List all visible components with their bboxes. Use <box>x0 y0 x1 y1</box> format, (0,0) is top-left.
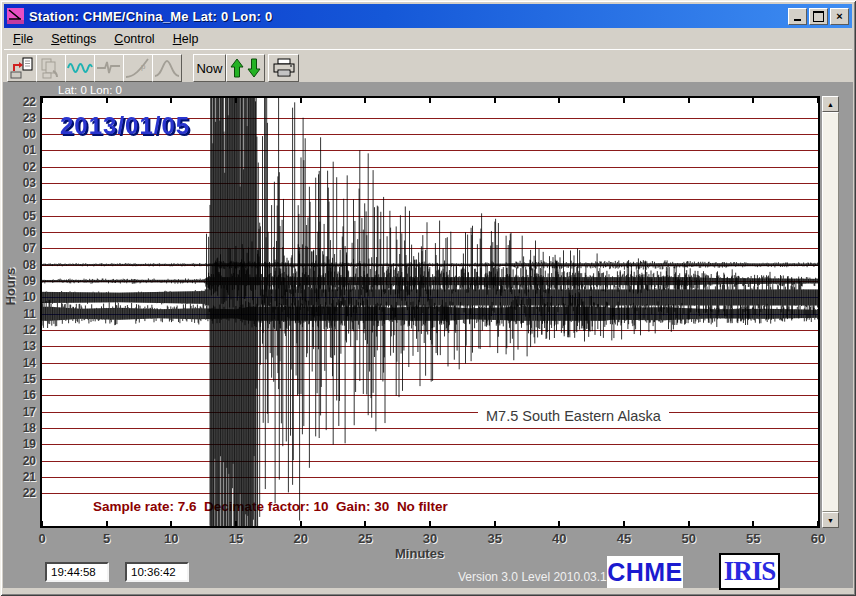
maximize-button[interactable] <box>809 8 828 25</box>
minute-label-0: 0 <box>38 531 45 546</box>
minutes-axis-label: Minutes <box>395 546 444 561</box>
version-text: Version 3.0 Level 2010.03.16 <box>458 570 613 584</box>
minute-tick <box>623 521 625 526</box>
scrollbar-thumb[interactable] <box>822 112 839 512</box>
hour-label-17: 17 <box>0 405 36 419</box>
response-curve-icon: p <box>125 57 151 79</box>
close-button[interactable]: × <box>830 8 849 25</box>
application-window: Station: CHME/China_Me Lat: 0 Lon: 0 × F… <box>0 0 856 596</box>
filter-impulse-icon <box>96 57 122 79</box>
hour-label-04: 04 <box>0 192 36 206</box>
menu-control[interactable]: Control <box>105 30 163 48</box>
minute-tick <box>364 521 366 526</box>
minute-tick <box>41 521 43 526</box>
spectrum-button <box>152 54 182 82</box>
hour-label-13: 13 <box>0 339 36 353</box>
hour-label-14: 14 <box>0 356 36 370</box>
scroll-up-down-icon <box>229 57 262 79</box>
menu-file[interactable]: File <box>4 30 42 48</box>
hour-label-01: 01 <box>0 143 36 157</box>
copy-pages-icon <box>39 57 63 79</box>
filter-button <box>94 54 124 82</box>
vertical-scrollbar[interactable]: ▲ ▼ <box>822 96 839 528</box>
minute-tick <box>235 98 237 103</box>
load-data-icon <box>10 57 34 79</box>
hour-label-16: 16 <box>0 388 36 402</box>
scrollbar-up-button[interactable]: ▲ <box>822 96 839 112</box>
now-button[interactable]: Now <box>193 54 226 82</box>
minute-tick <box>558 521 560 526</box>
menu-settings[interactable]: Settings <box>42 30 105 48</box>
hour-label-06: 06 <box>0 225 36 239</box>
time-display-left: 19:44:58 <box>45 562 109 582</box>
minute-tick <box>235 521 237 526</box>
hour-label-03: 03 <box>0 176 36 190</box>
minimize-button[interactable] <box>788 8 807 25</box>
hour-label-10: 10 <box>0 290 36 304</box>
plot-overlay-latlon: Lat: 0 Lon: 0 <box>58 84 122 96</box>
minute-tick <box>494 521 496 526</box>
hour-label-02: 02 <box>0 160 36 174</box>
now-button-label: Now <box>196 61 222 76</box>
minute-label-45: 45 <box>617 531 631 546</box>
title-bar[interactable]: Station: CHME/China_Me Lat: 0 Lon: 0 × <box>4 4 852 28</box>
minute-label-20: 20 <box>293 531 307 546</box>
hour-label-20: 20 <box>0 454 36 468</box>
minute-tick <box>300 98 302 103</box>
minute-tick <box>688 521 690 526</box>
hour-label-19: 19 <box>0 437 36 451</box>
hour-label-12: 12 <box>0 323 36 337</box>
spectrum-bell-icon <box>154 57 180 79</box>
chevron-up-icon: ▲ <box>827 101 834 108</box>
response-button: p <box>123 54 153 82</box>
hour-label-23: 23 <box>0 111 36 125</box>
seismogram-canvas[interactable] <box>42 98 818 526</box>
waveform-icon <box>67 57 93 79</box>
scroll-up-down-button[interactable] <box>226 54 265 82</box>
minute-tick <box>558 98 560 103</box>
hour-label-21: 21 <box>0 470 36 484</box>
hour-label-11: 11 <box>0 307 36 321</box>
toolbar: p Now <box>4 49 852 83</box>
minute-tick <box>170 521 172 526</box>
chevron-down-icon: ▼ <box>827 517 834 524</box>
minute-tick <box>429 98 431 103</box>
minute-tick <box>688 98 690 103</box>
menu-help[interactable]: Help <box>164 30 208 48</box>
menu-bar: File Settings Control Help <box>4 28 852 49</box>
hour-label-18: 18 <box>0 421 36 435</box>
hour-label-07: 07 <box>0 241 36 255</box>
plot-inner: Sample rate: 7.6 Decimate factor: 10 Gai… <box>42 98 818 526</box>
hour-label-22: 22 <box>0 95 36 109</box>
minute-tick <box>752 521 754 526</box>
minute-tick <box>300 521 302 526</box>
minute-tick <box>364 98 366 103</box>
minute-label-40: 40 <box>552 531 566 546</box>
minute-label-25: 25 <box>358 531 372 546</box>
minute-tick <box>623 98 625 103</box>
minute-label-10: 10 <box>164 531 178 546</box>
minute-tick <box>106 521 108 526</box>
minute-tick <box>106 98 108 103</box>
waveform-button[interactable] <box>65 54 95 82</box>
minute-tick <box>817 521 819 526</box>
svg-text:p: p <box>141 62 146 71</box>
app-seismogram-icon <box>7 8 24 24</box>
minute-label-60: 60 <box>811 531 825 546</box>
minute-label-30: 30 <box>423 531 437 546</box>
hour-label-08: 08 <box>0 258 36 272</box>
event-annotation: M7.5 South Eastern Alaska <box>478 406 669 426</box>
minute-label-50: 50 <box>681 531 695 546</box>
minute-tick <box>817 98 819 103</box>
hour-label-00: 00 <box>0 127 36 141</box>
copy-pages-button <box>36 54 66 82</box>
load-data-button[interactable] <box>7 54 37 82</box>
close-icon: × <box>836 11 842 22</box>
print-button[interactable] <box>268 54 299 82</box>
minute-tick <box>170 98 172 103</box>
scrollbar-down-button[interactable]: ▼ <box>822 512 839 528</box>
minimize-icon <box>794 19 801 21</box>
minute-label-35: 35 <box>487 531 501 546</box>
print-icon <box>272 58 296 78</box>
minute-tick <box>752 98 754 103</box>
